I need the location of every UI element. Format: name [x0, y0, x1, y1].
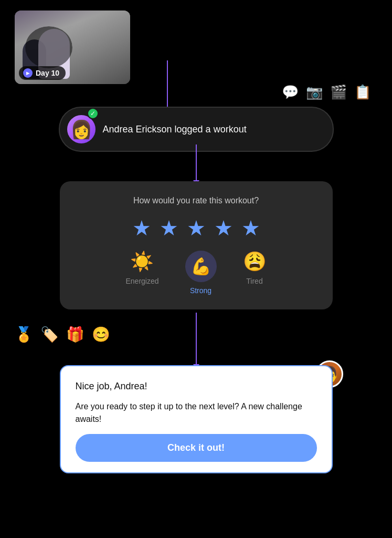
- notification-text: Andrea Erickson logged a workout: [103, 124, 247, 135]
- rating-question: How would you rate this workout?: [133, 196, 259, 205]
- moods-row: ☀️ Energized 💪 Strong 😩 Tired: [77, 251, 316, 295]
- icons-row-mid: 🏅 🏷️ 🎁 😊: [15, 326, 110, 343]
- rating-card: How would you rate this workout? ★ ★ ★ ★…: [60, 181, 333, 309]
- play-icon: ▶: [23, 68, 33, 78]
- strong-label: Strong: [190, 286, 211, 295]
- document-icon[interactable]: 📋: [354, 84, 371, 100]
- star-2[interactable]: ★: [160, 216, 178, 240]
- chat-icon[interactable]: 💬: [282, 84, 299, 100]
- star-3[interactable]: ★: [187, 216, 206, 240]
- tired-label: Tired: [246, 277, 262, 285]
- message-card: Nice job, Andrea! Are you ready to step …: [60, 365, 333, 473]
- user-avatar: [67, 115, 96, 143]
- energized-label: Energized: [125, 277, 158, 285]
- mood-tired[interactable]: 😩 Tired: [243, 251, 267, 285]
- check-badge: ✓: [87, 108, 99, 119]
- mood-strong[interactable]: 💪 Strong: [185, 251, 217, 295]
- tag-icon[interactable]: 🏷️: [40, 326, 59, 343]
- strong-emoji-container: 💪: [185, 251, 217, 282]
- arrow-notif-to-rating: [196, 144, 197, 181]
- star-1[interactable]: ★: [132, 216, 151, 240]
- video-card[interactable]: ▶ Day 10: [15, 11, 130, 84]
- arrow-rating-to-msg: [196, 313, 197, 365]
- gift-icon[interactable]: 🎁: [66, 326, 84, 343]
- mood-energized[interactable]: ☀️ Energized: [125, 251, 158, 285]
- star-5[interactable]: ★: [241, 216, 260, 240]
- star-4[interactable]: ★: [214, 216, 233, 240]
- check-it-out-button[interactable]: Check it out!: [76, 434, 317, 462]
- day-badge: ▶ Day 10: [19, 66, 66, 80]
- medal-icon[interactable]: 🏅: [15, 326, 33, 343]
- message-body: Are you ready to step it up to the next …: [76, 400, 317, 426]
- camera-icon[interactable]: 📷: [306, 84, 323, 100]
- message-greeting: Nice job, Andrea!: [76, 381, 317, 392]
- video-icon[interactable]: 🎬: [330, 84, 347, 100]
- day-label: Day 10: [36, 69, 59, 77]
- emoji-icon[interactable]: 😊: [92, 326, 110, 343]
- energized-emoji: ☀️: [130, 251, 154, 273]
- strong-emoji: 💪: [190, 256, 211, 276]
- tired-emoji: 😩: [243, 251, 267, 273]
- stars-row[interactable]: ★ ★ ★ ★ ★: [132, 216, 260, 240]
- icons-row-top: 💬 📷 🎬 📋: [282, 84, 371, 100]
- arrow-video-to-notification: [167, 60, 168, 110]
